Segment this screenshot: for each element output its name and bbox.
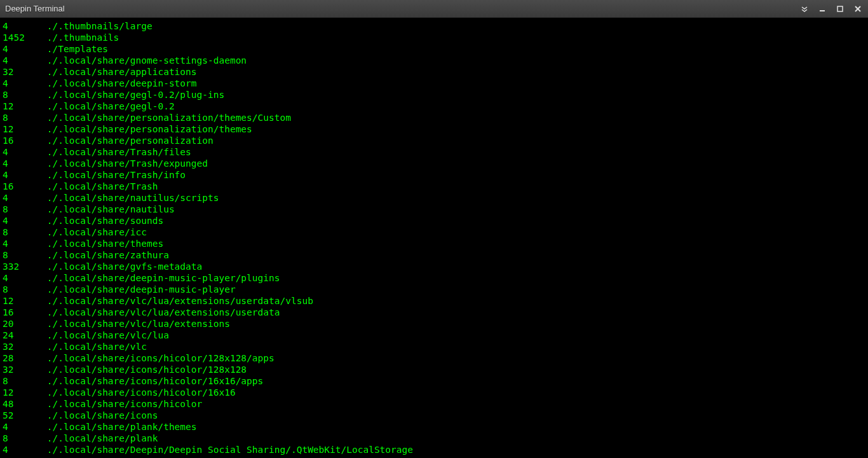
du-row: 4./Templates [3,43,865,55]
du-size: 24 [3,330,47,341]
du-size: 8 [3,89,47,101]
du-size: 16 [3,181,47,192]
du-path: ./.thumbnails [47,32,119,43]
du-row: 8./.local/share/icc [3,226,865,238]
du-size: 4 [3,55,47,66]
du-row: 16./.local/share/personalization [3,135,865,146]
du-row: 1452./.thumbnails [3,32,865,43]
du-size: 4 [3,238,47,249]
du-size: 8 [3,375,47,387]
du-row: 8./.local/share/zathura [3,249,865,261]
du-path: ./.local/share/deepin-music-player/plugi… [47,273,280,283]
du-path: ./.thumbnails/large [47,21,153,31]
du-size: 4 [3,272,47,284]
du-row: 4./.local/share/gnome-settings-daemon [3,55,865,66]
du-row: 32./.local/share/vlc [3,341,865,352]
du-row: 12./.local/share/icons/hicolor/16x16 [3,387,865,398]
terminal-output[interactable]: 4./.thumbnails/large1452./.thumbnails4./… [0,18,868,458]
du-size: 4 [3,169,47,181]
du-size: 48 [3,398,47,410]
du-row: 4./.local/share/Deepin/Deepin Social Sha… [3,444,865,455]
du-size: 8 [3,112,47,123]
du-size: 12 [3,123,47,135]
du-size: 32 [3,364,47,375]
du-path: ./.local/share/plank/themes [47,422,197,432]
du-size: 4 [3,421,47,433]
du-path: ./.local/share/personalization/themes [47,124,252,134]
du-size: 20 [3,318,47,330]
du-size: 4 [3,43,47,55]
maximize-button[interactable] [835,4,845,14]
du-size: 12 [3,101,47,112]
du-row: 12./.local/share/vlc/lua/extensions/user… [3,295,865,307]
du-size: 8 [3,226,47,238]
du-path: ./.local/share/icons/hicolor [47,399,202,409]
du-size: 4 [3,146,47,158]
du-path: ./.local/share/vlc/lua [47,330,169,340]
du-row: 4./.local/share/deepin-storm [3,78,865,89]
du-size: 8 [3,284,47,295]
du-path: ./.local/share/icons/hicolor/128x128/app… [47,353,275,363]
du-path: ./.local/share/sounds [47,216,163,226]
du-path: ./.local/share/nautilus/scripts [47,193,219,203]
du-size: 32 [3,66,47,78]
du-path: ./.local/share/gnome-settings-daemon [47,55,247,66]
du-row: 12./.local/share/gegl-0.2 [3,101,865,112]
titlebar: Deepin Terminal [0,0,868,18]
du-row: 8./.local/share/deepin-music-player [3,284,865,295]
du-size: 4 [3,215,47,226]
du-row: 4./.local/share/nautilus/scripts [3,192,865,204]
du-row: 332./.local/share/gvfs-metadata [3,261,865,272]
minimize-button[interactable] [817,4,827,14]
du-size: 8 [3,249,47,261]
du-size: 32 [3,341,47,352]
du-path: ./.local/share/icons [47,410,158,420]
du-size: 332 [3,261,47,272]
du-path: ./.local/share/themes [47,239,163,249]
du-path: ./.local/share/Trash/files [47,147,191,157]
du-path: ./.local/share/gvfs-metadata [47,261,202,272]
du-row: 4./.local/share/Trash/info [3,169,865,181]
du-path: ./.local/share/plank [47,433,158,443]
du-size: 12 [3,387,47,398]
du-row: 28./.local/share/icons/hicolor/128x128/a… [3,352,865,364]
du-size: 12 [3,295,47,307]
du-path: ./.local/share/vlc/lua/extensions/userda… [47,307,280,317]
du-row: 24./.local/share/vlc/lua [3,330,865,341]
du-path: ./.local/share/vlc [47,342,147,352]
du-row: 32./.local/share/icons/hicolor/128x128 [3,364,865,375]
du-path: ./.local/share/icons/hicolor/128x128 [47,364,247,375]
du-path: ./.local/share/Trash [47,181,158,191]
du-path: ./.local/share/applications [47,67,197,77]
du-row: 4./.local/share/Trash/files [3,146,865,158]
svg-rect-1 [837,6,843,11]
du-size: 8 [3,433,47,444]
du-path: ./.local/share/icc [47,227,147,237]
du-row: 48./.local/share/icons/hicolor [3,398,865,410]
du-path: ./.local/share/gegl-0.2/plug-ins [47,90,224,100]
du-size: 8 [3,204,47,215]
du-row: 8./.local/share/icons/hicolor/16x16/apps [3,375,865,387]
du-size: 16 [3,307,47,318]
du-size: 4 [3,444,47,455]
du-path: ./.local/share/icons/hicolor/16x16/apps [47,376,263,386]
du-path: ./.local/share/personalization [47,135,214,146]
du-size: 4 [3,192,47,204]
du-row: 8./.local/share/personalization/themes/C… [3,112,865,123]
du-row: 20./.local/share/vlc/lua/extensions [3,318,865,330]
du-path: ./.local/share/vlc/lua/extensions/userda… [47,296,313,306]
du-path: ./.local/share/vlc/lua/extensions [47,319,230,329]
du-path: ./.local/share/Trash/info [47,170,186,180]
du-size: 1452 [3,32,47,43]
du-path: ./.local/share/zathura [47,250,169,260]
close-button[interactable] [853,4,863,14]
du-row: 52./.local/share/icons [3,410,865,421]
du-size: 16 [3,135,47,146]
du-size: 4 [3,78,47,89]
menu-button[interactable] [799,4,810,14]
du-row: 8./.local/share/nautilus [3,204,865,215]
du-size: 28 [3,352,47,364]
du-path: ./.local/share/Trash/expunged [47,158,208,169]
du-row: 4./.local/share/themes [3,238,865,249]
du-row: 4./.local/share/deepin-music-player/plug… [3,272,865,284]
